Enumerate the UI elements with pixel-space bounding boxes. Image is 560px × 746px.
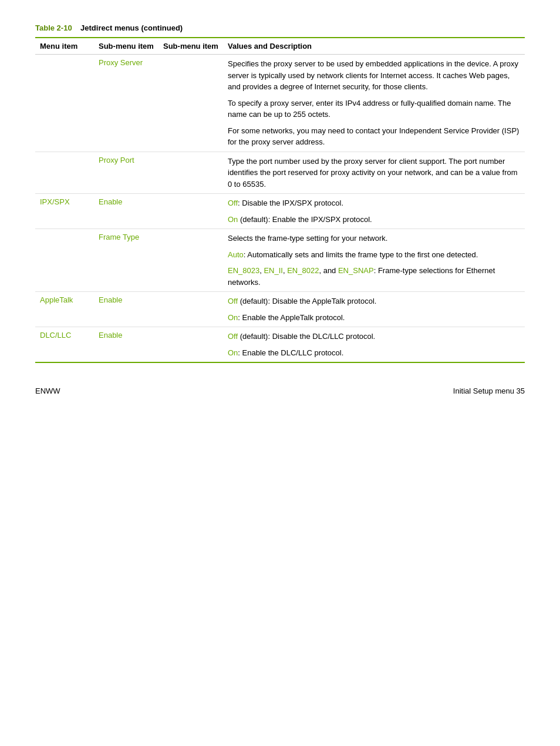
table-caption: Table 2-10 Jetdirect menus (continued) <box>35 23 525 32</box>
green-term: On <box>228 215 238 224</box>
cell-sub-menu-1: Frame Type <box>94 229 158 292</box>
sub-menu-1-label: Enable <box>99 295 122 304</box>
cell-menu-item: DLC/LLC <box>35 327 94 363</box>
sub-menu-1-label: Enable <box>99 331 122 340</box>
header-menu-item: Menu item <box>35 38 94 55</box>
cell-sub-menu-1: Proxy Server <box>94 55 158 152</box>
cell-values: Selects the frame-type setting for your … <box>223 229 525 292</box>
green-term: Off <box>228 199 238 207</box>
main-table: Menu item Sub-menu item Sub-menu item Va… <box>35 37 525 363</box>
value-para: Specifies the proxy server to be used by… <box>228 58 520 93</box>
cell-menu-item: AppleTalk <box>35 292 94 327</box>
table-row: DLC/LLCEnableOff (default): Disable the … <box>35 327 525 363</box>
cell-values: Type the port number used by the proxy s… <box>223 152 525 194</box>
cell-values: Off (default): Disable the AppleTalk pro… <box>223 292 525 327</box>
page-footer: ENWW Initial Setup menu 35 <box>35 387 525 395</box>
value-para: Off: Disable the IPX/SPX protocol. <box>228 197 520 209</box>
table-row: IPX/SPXEnableOff: Disable the IPX/SPX pr… <box>35 194 525 229</box>
menu-item-label: AppleTalk <box>40 295 73 304</box>
table-header-row: Menu item Sub-menu item Sub-menu item Va… <box>35 38 525 55</box>
cell-menu-item <box>35 55 94 152</box>
green-term: Off <box>228 297 238 305</box>
table-title: Jetdirect menus (continued) <box>80 23 183 32</box>
green-term: On <box>228 348 238 357</box>
value-para: Auto: Automatically sets and limits the … <box>228 249 520 261</box>
cell-sub-menu-1: Enable <box>94 327 158 363</box>
menu-item-label: IPX/SPX <box>40 197 70 206</box>
header-values: Values and Description <box>223 38 525 55</box>
value-para: Selects the frame-type setting for your … <box>228 233 520 244</box>
cell-sub-menu-2 <box>158 152 223 194</box>
cell-menu-item <box>35 152 94 194</box>
value-para: EN_8023, EN_II, EN_8022, and EN_SNAP: Fr… <box>228 265 520 288</box>
value-para: For some networks, you may need to conta… <box>228 125 520 148</box>
footer-left: ENWW <box>35 387 60 395</box>
value-para: On (default): Enable the IPX/SPX protoco… <box>228 214 520 226</box>
value-para: Type the port number used by the proxy s… <box>228 156 520 190</box>
value-para: Off (default): Disable the DLC/LLC proto… <box>228 331 520 342</box>
value-para: On: Enable the AppleTalk protocol. <box>228 312 520 324</box>
cell-sub-menu-2 <box>158 194 223 229</box>
green-term: EN_SNAP <box>338 266 374 275</box>
value-para: Off (default): Disable the AppleTalk pro… <box>228 295 520 307</box>
value-para: To specify a proxy server, enter its IPv… <box>228 98 520 120</box>
green-term: Off <box>228 332 238 341</box>
cell-menu-item <box>35 229 94 292</box>
sub-menu-1-label: Frame Type <box>99 233 139 241</box>
cell-sub-menu-1: Proxy Port <box>94 152 158 194</box>
cell-values: Off (default): Disable the DLC/LLC proto… <box>223 327 525 363</box>
cell-values: Off: Disable the IPX/SPX protocol.On (de… <box>223 194 525 229</box>
table-row: Proxy ServerSpecifies the proxy server t… <box>35 55 525 152</box>
sub-menu-1-label: Proxy Port <box>99 156 134 164</box>
cell-sub-menu-1: Enable <box>94 292 158 327</box>
green-term: On <box>228 313 238 322</box>
green-term: Auto <box>228 250 244 259</box>
cell-sub-menu-1: Enable <box>94 194 158 229</box>
table-row: Frame TypeSelects the frame-type setting… <box>35 229 525 292</box>
cell-sub-menu-2 <box>158 327 223 363</box>
sub-menu-1-label: Enable <box>99 197 122 206</box>
cell-values: Specifies the proxy server to be used by… <box>223 55 525 152</box>
cell-sub-menu-2 <box>158 229 223 292</box>
menu-item-label: DLC/LLC <box>40 331 71 340</box>
table-row: AppleTalkEnableOff (default): Disable th… <box>35 292 525 327</box>
footer-right: Initial Setup menu 35 <box>453 387 525 395</box>
green-term: EN_II <box>264 266 283 275</box>
cell-menu-item: IPX/SPX <box>35 194 94 229</box>
table-label: Table 2-10 <box>35 23 72 32</box>
cell-sub-menu-2 <box>158 292 223 327</box>
sub-menu-1-label: Proxy Server <box>99 58 143 67</box>
green-term: EN_8023 <box>228 266 259 275</box>
table-row: Proxy PortType the port number used by t… <box>35 152 525 194</box>
header-sub-menu-1: Sub-menu item <box>94 38 158 55</box>
value-para: On: Enable the DLC/LLC protocol. <box>228 347 520 359</box>
cell-sub-menu-2 <box>158 55 223 152</box>
header-sub-menu-2: Sub-menu item <box>158 38 223 55</box>
green-term: EN_8022 <box>287 266 319 275</box>
